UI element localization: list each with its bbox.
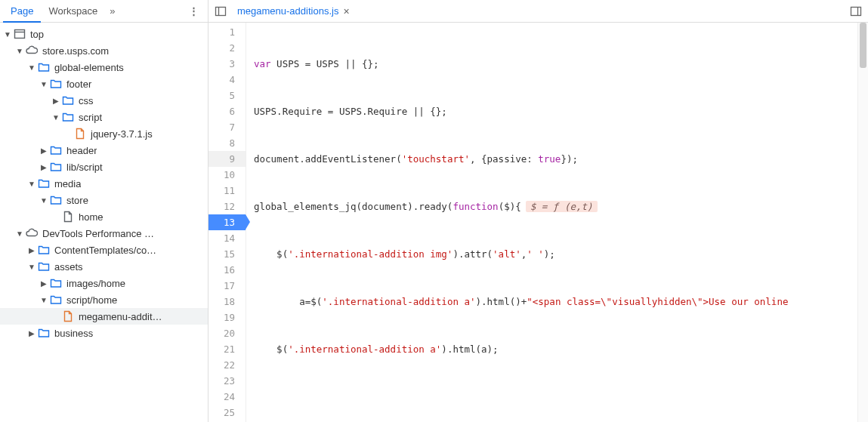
line-number[interactable]: 3 <box>209 56 246 72</box>
folder-icon <box>50 194 62 206</box>
tree-label: lib/script <box>66 162 103 173</box>
tree-label: assets <box>54 261 83 273</box>
line-number[interactable]: 16 <box>209 262 246 278</box>
tree-label: business <box>54 328 93 339</box>
tree-label: css <box>79 95 94 106</box>
line-number[interactable]: 21 <box>209 341 246 357</box>
code-line[interactable]: USPS.Require = USPS.Require || {}; <box>246 103 857 119</box>
tree-label: global-elements <box>54 62 124 73</box>
line-number[interactable]: 25 <box>209 405 246 420</box>
code-line[interactable]: document.addEventListener('touchstart', … <box>246 151 857 167</box>
close-tab-icon[interactable]: × <box>343 5 349 17</box>
line-number[interactable]: 22 <box>209 357 246 373</box>
folder-icon <box>50 161 62 173</box>
js-file-icon <box>62 310 74 322</box>
line-number[interactable]: 10 <box>209 167 246 183</box>
tree-label: images/home <box>66 278 125 289</box>
scrollbar-thumb[interactable] <box>860 23 866 68</box>
tree-node-top[interactable]: ▼top <box>0 26 208 42</box>
line-number[interactable]: 1 <box>209 24 246 40</box>
editor-header: megamenu-additions.js × <box>209 0 868 23</box>
line-number[interactable]: 15 <box>209 246 246 262</box>
line-number[interactable]: 17 <box>209 278 246 294</box>
tree-node-folder[interactable]: ▶header <box>0 142 208 159</box>
cloud-icon <box>26 45 38 57</box>
tab-menu[interactable]: ⋮ <box>183 2 205 20</box>
chevron-right-icon: ▶ <box>51 96 60 105</box>
editor-tab[interactable]: megamenu-additions.js × <box>233 4 354 19</box>
tree-label: store <box>66 195 88 206</box>
code-area[interactable]: var USPS = USPS || {}; USPS.Require = US… <box>246 23 857 422</box>
vertical-scrollbar[interactable] <box>857 23 868 422</box>
tree-node-folder[interactable]: ▼store <box>0 192 208 208</box>
code-line[interactable]: global_elements_jq(document).ready(funct… <box>246 199 857 214</box>
tree-node-folder[interactable]: ▶ContentTemplates/co… <box>0 242 208 258</box>
folder-icon <box>50 294 62 306</box>
folder-icon <box>38 327 50 339</box>
line-number[interactable]: 7 <box>209 119 246 135</box>
file-tree[interactable]: ▼top ▼store.usps.com ▼global-elements ▼f… <box>0 23 208 422</box>
tree-label: script/home <box>66 294 117 306</box>
tab-page[interactable]: Page <box>3 1 41 23</box>
folder-icon <box>50 78 62 90</box>
chevron-down-icon: ▼ <box>27 179 36 188</box>
tree-label: home <box>79 211 103 223</box>
line-number[interactable]: 5 <box>209 88 246 103</box>
tree-node-folder[interactable]: ▼global-elements <box>0 59 208 75</box>
tree-node-folder[interactable]: ▼script/home <box>0 291 208 308</box>
code-line[interactable]: $('.international-addition img').attr('a… <box>246 246 857 262</box>
line-number[interactable]: 11 <box>209 183 246 199</box>
line-number[interactable]: 24 <box>209 389 246 405</box>
code-line[interactable]: a=$('.international-addition a').html()+… <box>246 294 857 310</box>
line-number[interactable]: 12 <box>209 199 246 214</box>
line-number-breakpoint[interactable]: 13 <box>209 214 246 230</box>
chevron-right-icon: ▶ <box>39 279 48 288</box>
doc-icon <box>62 211 74 223</box>
tree-node-folder[interactable]: ▶lib/script <box>0 159 208 175</box>
code-line[interactable]: var USPS = USPS || {}; <box>246 56 857 72</box>
line-number[interactable]: 14 <box>209 230 246 246</box>
window-icon <box>14 28 26 40</box>
tree-node-folder[interactable]: ▼media <box>0 175 208 192</box>
tree-node-domain[interactable]: ▼DevTools Performance … <box>0 225 208 242</box>
code-line[interactable] <box>246 389 857 405</box>
chevron-right-icon: ▶ <box>27 245 36 254</box>
line-number[interactable]: 4 <box>209 72 246 88</box>
tree-label: top <box>30 29 44 40</box>
editor-body: 1 2 3 4 5 6 7 8 9 10 11 12 13 14 15 16 1… <box>209 23 868 422</box>
folder-icon <box>50 277 62 289</box>
tree-node-file[interactable]: home <box>0 208 208 225</box>
chevron-down-icon: ▼ <box>27 63 36 72</box>
tree-label: script <box>79 112 102 123</box>
tree-node-folder[interactable]: ▶images/home <box>0 275 208 291</box>
toggle-debugger-icon[interactable] <box>848 4 863 19</box>
tree-node-folder[interactable]: ▶business <box>0 325 208 341</box>
tree-node-file-active[interactable]: megamenu-addit… <box>0 308 208 325</box>
line-number[interactable]: 23 <box>209 373 246 389</box>
line-number[interactable]: 20 <box>209 325 246 341</box>
tree-node-file[interactable]: jquery-3.7.1.js <box>0 125 208 142</box>
tab-more[interactable]: » <box>105 2 119 20</box>
line-number[interactable]: 8 <box>209 135 246 151</box>
line-number[interactable]: 2 <box>209 40 246 56</box>
toggle-navigator-icon[interactable] <box>213 4 228 19</box>
tree-node-domain[interactable]: ▼store.usps.com <box>0 42 208 59</box>
chevron-down-icon: ▼ <box>39 196 48 205</box>
tree-node-folder[interactable]: ▼footer <box>0 75 208 92</box>
chevron-right-icon: ▶ <box>39 146 48 155</box>
chevron-down-icon: ▼ <box>39 295 48 304</box>
tree-label: megamenu-addit… <box>79 311 162 322</box>
line-number[interactable]: 9 <box>209 151 246 167</box>
tree-node-folder[interactable]: ▼script <box>0 109 208 125</box>
line-number[interactable]: 19 <box>209 310 246 325</box>
tree-label: store.usps.com <box>42 45 109 57</box>
code-line[interactable]: $('.international-addition a').html(a); <box>246 341 857 357</box>
line-number[interactable]: 18 <box>209 294 246 310</box>
line-gutter[interactable]: 1 2 3 4 5 6 7 8 9 10 11 12 13 14 15 16 1… <box>209 23 246 422</box>
folder-icon <box>62 94 74 106</box>
cloud-icon <box>26 227 38 239</box>
tree-node-folder[interactable]: ▶css <box>0 92 208 109</box>
line-number[interactable]: 6 <box>209 103 246 119</box>
tab-workspace[interactable]: Workspace <box>41 1 105 21</box>
tree-node-folder[interactable]: ▼assets <box>0 258 208 275</box>
